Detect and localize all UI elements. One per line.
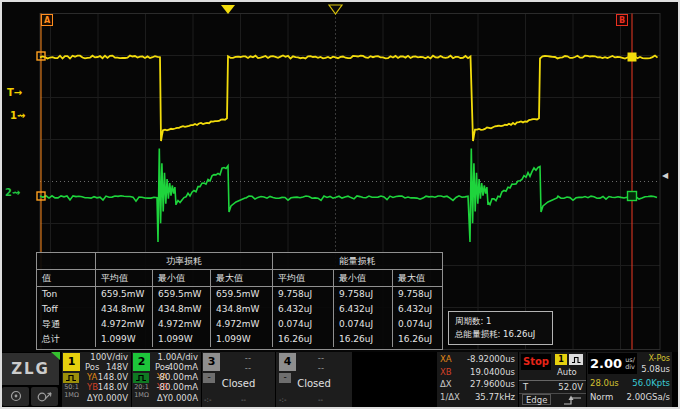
table-row: 导通 4.972mW 4.972mW 4.972mW 0.074uJ 0.074… <box>37 317 442 332</box>
timebase-panel: 2.00 us/div X-Pos 5.08us 28.0us 56.0Kpts… <box>587 352 672 407</box>
table-row: Toff 434.8mW 434.8mW 434.8mW 6.432uJ 6.4… <box>37 302 442 317</box>
ch2-yb-value: -80.00mA <box>157 382 199 392</box>
ch1-ya-label: YA <box>87 372 97 382</box>
oscilloscope-screen: A B T→ 1⇝ 2⇝ ◀ 功率损耗 能量损耗 值 平均值 最小值 最大值 平… <box>0 0 680 409</box>
power-loss-header: 功率损耗 <box>95 253 272 270</box>
xb-label: XB <box>440 367 452 377</box>
ch2-ya-value: -80.00mA <box>157 372 199 382</box>
memory-depth: 56.0Kpts <box>632 378 670 388</box>
invdx-label: 1/ΔX <box>440 392 460 402</box>
ch4-number-badge[interactable]: 4 <box>279 353 296 371</box>
ch1-yb-value: 148.0V <box>98 382 128 392</box>
xpos-label: X-Pos <box>648 354 670 363</box>
timebase-scale-box[interactable]: 2.00 us/div <box>588 353 637 374</box>
trigger-level-value: 52.0V <box>558 382 583 392</box>
trigger-panel: Stop 1 Auto T 52.0V Edge <box>519 352 586 407</box>
ch1-probe-info: 50:11MΩ <box>62 384 81 399</box>
energy-loss-header: 能量损耗 <box>272 253 442 270</box>
ch1-dy-label: ΔY <box>87 393 98 403</box>
rising-edge-icon[interactable] <box>563 395 583 408</box>
trigger-coupling-icon[interactable] <box>569 354 583 365</box>
ch2-dy-label: ΔY <box>157 393 168 403</box>
dx-value: 27.9600us <box>470 379 515 389</box>
status-bar: ZLG 1 100V/div Pos 148V YA 148.0V YB 148… <box>0 352 680 407</box>
trigger-level-marker[interactable]: T→ <box>7 87 22 98</box>
ch2-scale: 1.00A/div <box>152 352 198 362</box>
ch1-position-marker[interactable]: 1⇝ <box>10 110 25 121</box>
trigger-level-label: T <box>523 382 528 392</box>
channel4-panel[interactable]: 4 -- -- - Closed -:- -- <box>276 352 352 407</box>
cursor-b-ch1-marker <box>628 53 637 62</box>
trigger-source-badge[interactable]: 1 <box>555 354 567 365</box>
brand-panel: ZLG <box>2 352 60 407</box>
scroll-left-icon[interactable]: ◀ <box>662 171 668 180</box>
trigger-arrow-icon: → <box>14 87 22 98</box>
squiggle-arrow-icon: ⇝ <box>17 110 25 121</box>
table-row: 总计 1.099W 1.099W 1.099W 16.26uJ 16.26uJ … <box>37 332 442 349</box>
measure-table: 功率损耗 能量损耗 值 平均值 最小值 最大值 平均值 最小值 最大值 Ton … <box>36 252 443 350</box>
xa-label: XA <box>440 354 452 364</box>
squiggle-arrow-icon: ⇝ <box>12 187 20 198</box>
ch1-pos-value: 148V <box>106 362 128 372</box>
drag-gesture-icon[interactable] <box>31 387 58 406</box>
ch1-ya-value: 148.0V <box>98 372 128 382</box>
dx-label: ΔX <box>440 379 452 389</box>
ch2-probe-info: 20:11MΩ <box>132 384 151 399</box>
xpos-value: 5.08us <box>641 364 670 374</box>
trigger-position-marker[interactable] <box>221 5 235 14</box>
trigger-type[interactable]: Edge <box>522 394 551 405</box>
table-empty-cell <box>37 253 95 270</box>
ch1-yb-label: YB <box>87 382 98 392</box>
acq-mode[interactable]: Norm <box>590 392 613 402</box>
ch2-position-marker[interactable]: 2⇝ <box>5 187 20 198</box>
cursor-readout-panel: XA -8.92000us XB 19.0400us ΔX 27.9600us … <box>437 352 518 407</box>
timebase-scale: 2.00 <box>590 356 622 371</box>
ch2-number-badge[interactable]: 2 <box>133 353 150 371</box>
touch-gesture-icon[interactable] <box>2 387 29 406</box>
xb-value: 19.0400us <box>470 367 515 377</box>
table-subheader-row: 值 平均值 最小值 最大值 平均值 最小值 最大值 <box>37 270 442 287</box>
cycle-count-text: 周期数: 1 <box>455 315 547 328</box>
annotation-box: 周期数: 1 总能量损耗: 16.26uJ <box>448 311 553 345</box>
ch2-pos-value: -400mA <box>165 362 198 372</box>
window-span: 28.0us <box>590 378 619 388</box>
ch3-status: Closed <box>202 378 275 389</box>
ch2-coupling-icon[interactable] <box>133 373 149 383</box>
ch1-number-badge[interactable]: 1 <box>63 353 80 371</box>
ch2-dy-value: 0.000A <box>168 393 198 403</box>
channel1-panel[interactable]: 1 100V/div Pos 148V YA 148.0V YB 148.0V … <box>62 352 131 407</box>
trigger-mode[interactable]: Auto <box>557 367 577 377</box>
channel2-panel[interactable]: 2 1.00A/div Pos -400mA YA -80.00mA YB -8… <box>132 352 201 407</box>
cursor-b-ch2-marker <box>628 192 637 201</box>
ch4-status: Closed <box>276 378 352 389</box>
table-group-header-row: 功率损耗 能量损耗 <box>37 253 442 270</box>
channel3-panel[interactable]: 3 -- -- - Closed -:- -- <box>202 352 275 407</box>
total-energy-text: 总能量损耗: 16.26uJ <box>455 328 547 341</box>
ch1-pos-label: Pos <box>85 362 99 372</box>
invdx-value: 35.77kHz <box>475 392 515 402</box>
xa-value: -8.92000us <box>467 354 515 364</box>
ch3-number-badge[interactable]: 3 <box>203 353 220 371</box>
sample-rate: 2.00GSa/s <box>627 392 670 402</box>
trace-ch1 <box>40 56 658 142</box>
corner-flag-icon <box>51 352 60 360</box>
trace-ch2 <box>40 148 657 242</box>
cursor-b-label[interactable]: B <box>616 14 628 26</box>
ch1-coupling-icon[interactable] <box>63 373 79 383</box>
cursor-a-label[interactable]: A <box>41 14 53 26</box>
value-col-header: 值 <box>37 270 95 287</box>
timebase-unit: us/div <box>625 357 635 370</box>
ch1-dy-value: 0.000V <box>98 393 128 403</box>
delay-center-marker[interactable] <box>329 5 342 14</box>
ch1-scale: 100V/div <box>82 352 128 362</box>
run-stop-button[interactable]: Stop <box>521 354 551 370</box>
table-row: Ton 659.5mW 659.5mW 659.5mW 9.758uJ 9.75… <box>37 287 442 302</box>
